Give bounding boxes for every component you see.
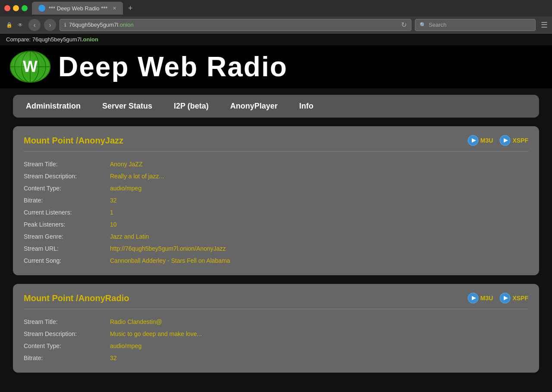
xspf-link-anony-radio[interactable]: XSPF [499,292,528,304]
compare-label: Compare: [6,36,31,43]
nav-item-server-status[interactable]: Server Status [102,102,152,111]
tab-title: *** Deep Web Radio *** [49,5,107,12]
field-value-0-6: Jazz and Latin [110,230,528,243]
field-value-0-7: http://76qugh5bey5gum7l.onion/AnonyJazz [110,243,528,255]
nav-item-i2p-beta[interactable]: I2P (beta) [174,102,209,111]
table-row: Current Song:Cannonball Adderley - Stars… [24,255,528,267]
info-icon: ℹ [64,22,66,28]
compare-bar: Compare: 76qugh5bey5gum7l.onion [0,34,552,45]
field-label-1-2: Content Type: [24,340,110,352]
field-label-0-2: Content Type: [24,182,110,194]
navigation-bar: Administration Server Status I2P (beta) … [13,95,539,118]
forward-button[interactable]: › [44,19,56,31]
browser-menu-button[interactable]: ☰ [541,20,548,30]
field-value-1-1: Music to go deep and make love... [110,328,528,340]
field-value-0-4: 1 [110,206,528,218]
m3u-label-anony-radio: M3U [480,295,493,302]
nav-item-info[interactable]: Info [299,102,314,111]
maximize-window-button[interactable] [22,5,28,11]
field-label-1-3: Bitrate: [24,352,110,364]
stream-url-link-anony-jazz[interactable]: http://76qugh5bey5gum7l.onion/AnonyJazz [110,245,226,252]
sidebar-icons: 🔒 👁 [4,20,25,30]
close-window-button[interactable] [4,5,10,11]
field-label-0-7: Stream URL: [24,243,110,255]
mount-title-anony-radio: Mount Point /AnonyRadio [24,293,129,303]
field-value-1-2: audio/mpeg [110,340,528,352]
field-label-0-1: Stream Description: [24,170,110,182]
field-value-1-0: Radio Clandestin@ [110,316,528,328]
field-label-0-0: Stream Title: [24,158,110,170]
field-label-0-8: Current Song: [24,255,110,267]
table-row: Stream URL:http://76qugh5bey5gum7l.onion… [24,243,528,255]
tab-favicon: 🌐 [38,5,45,12]
field-label-0-4: Current Listeners: [24,206,110,218]
m3u-link-anony-radio[interactable]: M3U [467,292,493,304]
mount-card-anony-radio: Mount Point /AnonyRadio M3U XSPF Stream … [13,284,539,373]
m3u-link-anony-jazz[interactable]: M3U [467,135,493,146]
xspf-label-anony-radio: XSPF [512,295,528,302]
field-label-1-1: Stream Description: [24,328,110,340]
address-bar[interactable]: ℹ 76qugh5bey5gum7l.onion ↻ [60,19,411,31]
logo-svg: W [9,50,52,84]
browser-toolbar: 🔒 👁 ‹ › ℹ 76qugh5bey5gum7l.onion ↻ 🔍 Sea… [0,16,552,34]
address-text: 76qugh5bey5gum7l.onion [69,22,398,28]
new-tab-button[interactable]: + [125,3,135,13]
field-value-0-3: 32 [110,194,528,206]
field-label-0-3: Bitrate: [24,194,110,206]
table-row: Bitrate:32 [24,352,528,364]
xspf-label-anony-jazz: XSPF [512,137,528,144]
compare-url-plain: 76qugh5bey5gum7l [32,36,82,43]
minimize-window-button[interactable] [13,5,19,11]
browser-window: 🌐 *** Deep Web Radio *** ✕ + 🔒 👁 ‹ › ℹ 7… [0,0,552,392]
field-value-0-2: audio/mpeg [110,182,528,194]
field-value-0-0: Anony JaZZ [110,158,528,170]
mount-title-anony-jazz: Mount Point /AnonyJazz [24,136,123,146]
site-title: Deep Web Radio [58,51,288,83]
field-label-0-5: Peak Listeners: [24,218,110,230]
search-icon: 🔍 [420,22,426,28]
table-row: Bitrate:32 [24,194,528,206]
tab-bar: 🌐 *** Deep Web Radio *** ✕ + [32,2,548,15]
field-value-0-1: Really a lot of jazz... [110,170,528,182]
traffic-lights [4,5,28,11]
field-label-1-0: Stream Title: [24,316,110,328]
field-value-1-3: 32 [110,352,528,364]
reload-button[interactable]: ↻ [401,21,407,29]
table-row: Stream Title:Anony JaZZ [24,158,528,170]
nav-item-anony-player[interactable]: AnonyPlayer [230,102,278,111]
table-row: Stream Description:Really a lot of jazz.… [24,170,528,182]
xspf-link-anony-jazz[interactable]: XSPF [499,135,528,146]
table-row: Stream Title:Radio Clandestin@ [24,316,528,328]
search-bar[interactable]: 🔍 Search [415,19,536,31]
svg-text:W: W [23,58,38,75]
mount-cards-container: Mount Point /AnonyJazz M3U XSPF Stream T… [0,126,552,373]
m3u-label-anony-jazz: M3U [480,137,493,144]
extension-icon-2[interactable]: 👁 [16,20,25,30]
nav-item-administration[interactable]: Administration [26,102,81,111]
table-row: Content Type:audio/mpeg [24,340,528,352]
browser-titlebar: 🌐 *** Deep Web Radio *** ✕ + [0,0,552,16]
search-placeholder: Search [429,22,446,28]
site-logo: W [9,50,52,84]
table-row: Stream Genre:Jazz and Latin [24,230,528,243]
mount-card-anony-jazz: Mount Point /AnonyJazz M3U XSPF Stream T… [13,126,539,275]
active-tab[interactable]: 🌐 *** Deep Web Radio *** ✕ [32,2,123,15]
table-row: Content Type:audio/mpeg [24,182,528,194]
table-row: Stream Description:Music to go deep and … [24,328,528,340]
table-row: Current Listeners:1 [24,206,528,218]
field-value-0-8: Cannonball Adderley - Stars Fell on Alab… [110,255,528,267]
tab-close-button[interactable]: ✕ [113,6,116,11]
compare-url-onion: .onion [82,36,98,43]
site-header: W Deep Web Radio [0,45,552,88]
extension-icon-1[interactable]: 🔒 [4,20,14,30]
field-value-0-5: 10 [110,218,528,230]
field-label-0-6: Stream Genre: [24,230,110,243]
table-row: Peak Listeners:10 [24,218,528,230]
page-content: Compare: 76qugh5bey5gum7l.onion [0,34,552,392]
back-button[interactable]: ‹ [28,19,41,31]
